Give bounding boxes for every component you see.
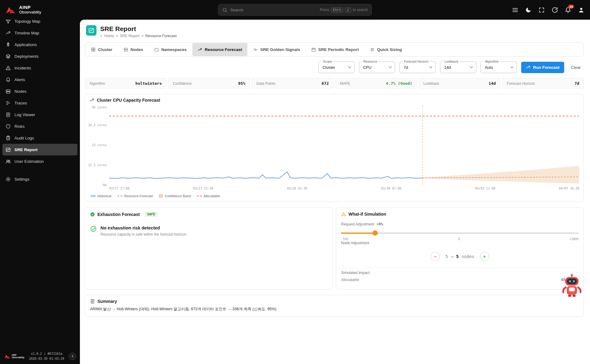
breadcrumb-item[interactable]: > Resource Forecast [141,34,176,38]
tab-label: Nodes [131,47,143,52]
filter-select[interactable]: Resource CPU [359,61,395,73]
legend-label: Allocatable [204,194,220,198]
chart-title: Cluster CPU Capacity Forecast [97,98,160,103]
breadcrumb-item[interactable]: > Home [100,34,114,38]
tab[interactable]: Namespaces [149,43,192,56]
tab[interactable]: Nodes [118,43,148,56]
legend-item[interactable]: Confidence Band [159,194,191,198]
slider-knob[interactable] [372,230,378,236]
tab[interactable]: Quick Sizing [365,43,407,56]
main-content: SRE Report > Home > SRE Report [80,20,590,364]
request-adjustment-slider[interactable] [341,230,579,236]
tab[interactable]: Resource Forecast [192,43,247,56]
simulated-impact-section: Simulated Impact Allocatable 40 cores [341,267,579,282]
sidebar-item-icon [6,135,11,141]
footer-brand-text: AINP Observability [12,354,24,359]
sidebar-item-settings[interactable]: Settings [2,173,77,185]
legend-item[interactable]: Historical [91,194,111,198]
stat-value: 95% [238,81,245,86]
sidebar-item[interactable]: Risks [2,120,77,132]
tab[interactable]: Cluster [86,43,118,56]
sidebar-item-label: Topology Map [14,20,40,24]
filter-value: 14d [444,65,451,70]
sidebar-item-icon [6,159,11,164]
filter-value: CPU [363,65,371,70]
topbar-actions: 13 [512,7,584,13]
sidebar-item[interactable]: SRE Report [2,144,77,155]
topbar: AINP Observability Press Ctrl / to searc… [0,0,590,20]
node-decrement-button[interactable] [431,252,440,261]
y-tick: 11.5 cores [88,163,107,167]
tab[interactable]: SRE Golden Signals [248,43,305,56]
app-window: AINP Observability Press Ctrl / to searc… [0,0,590,364]
search-input[interactable] [230,8,317,12]
sidebar-item-label: Log Viewer [14,112,35,117]
clear-button[interactable]: Clear [568,65,583,70]
chart-plot-area [109,106,579,186]
sidebar-item-icon [6,20,11,24]
plus-icon [482,254,487,259]
legend-swatch [91,196,96,196]
exhaustion-subtext: Resource capacity is safe within the for… [100,232,186,237]
stat-value: 14d [489,81,496,86]
refresh-icon [552,7,558,13]
account-button[interactable] [578,7,584,13]
sidebar-item[interactable]: Traces [2,97,77,109]
filter-select[interactable]: Scope Cluster [318,61,355,73]
menu-button[interactable] [512,7,518,13]
moon-icon [525,7,532,13]
notifications-button[interactable]: 13 [565,7,571,13]
kbd-ctrl: Ctrl [331,7,344,13]
run-forecast-button[interactable]: Run Forecast [521,62,564,73]
footer-brand: AINP Observability [4,354,24,359]
chevron-down-icon [469,65,474,70]
notification-badge: 13 [568,5,574,9]
sidebar-item[interactable]: Timeline Map [2,27,77,39]
legend-item[interactable]: Allocatable [197,194,220,198]
filter-value: Cluster [322,65,335,70]
request-adjustment-row: Request Adjustment +0% [341,222,579,226]
dark-mode-button[interactable] [525,7,532,13]
stat-label: Confidence [173,81,192,86]
chevron-left-icon [71,354,75,358]
sidebar-item[interactable]: Nodes [2,85,77,97]
slider-min-label: -50% [341,237,348,241]
filter-select[interactable]: Lookback 14d [440,61,476,73]
sidebar-item[interactable]: Deployments [2,50,77,62]
sidebar-item[interactable]: Incidents [2,62,77,74]
summary-text: ARIMA 발산 → Holt-Winters (대체). Holt-Winte… [90,307,579,312]
sidebar-item[interactable]: Audit Logs [2,132,77,144]
filter-select[interactable]: Algorithm Auto [481,61,517,73]
fullscreen-button[interactable] [538,7,545,13]
sidebar-settings-label: Settings [14,177,30,182]
global-search[interactable]: Press Ctrl / to search [218,4,372,16]
refresh-button[interactable] [552,7,558,13]
slider-max-label: +300% [569,237,579,241]
node-increment-button[interactable] [480,252,489,261]
report-tabs: Cluster Nodes Namespaces Resource Foreca… [85,42,584,57]
tab[interactable]: SRE Periodic Report [306,43,364,56]
breadcrumb-item[interactable]: > SRE Report [116,34,140,38]
chevron-down-icon [347,65,352,70]
sidebar-item[interactable]: Alerts [2,74,77,85]
tab-label: Cluster [98,47,112,52]
y-tick: 46 cores [92,106,107,109]
brand[interactable]: AINP Observability [6,5,41,14]
stat-cell: MAPE 4.7% (Good) [335,78,417,89]
sidebar-item[interactable]: Applications [2,39,77,50]
tab-label: Quick Sizing [377,47,402,52]
sidebar-item[interactable]: Log Viewer [2,109,77,120]
stat-label: MAPE [340,81,350,86]
filter-select[interactable]: Forecast Horizon 7d [399,61,436,73]
sidebar-item[interactable]: Topology Map [2,20,77,27]
fullscreen-icon [538,7,545,13]
whatif-title-row: What-if Simulation [341,212,579,217]
legend-item[interactable]: Resource Forecast [117,194,153,198]
assistant-mascot[interactable] [561,274,583,298]
sidebar-nav: Topology Map Timeline Map Applications D… [0,20,80,167]
sidebar-collapse-button[interactable] [69,353,76,360]
kbd-slash: / [345,7,351,13]
sidebar-item[interactable]: User Estimation [2,155,77,167]
stat-label: Lookback [423,81,439,86]
sidebar: Topology Map Timeline Map Applications D… [0,20,80,364]
